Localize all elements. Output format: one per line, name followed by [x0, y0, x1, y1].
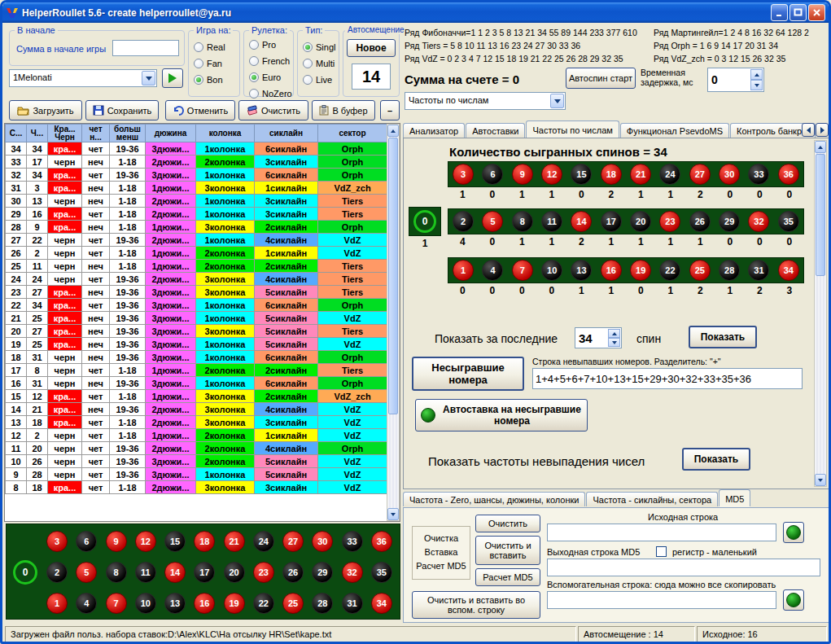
play-button[interactable] — [162, 68, 183, 88]
number-chip-10[interactable]: 10 — [135, 593, 156, 614]
unplayed-input[interactable] — [532, 368, 803, 389]
number-chip-31[interactable]: 31 — [342, 593, 363, 614]
bottom-tab-2[interactable]: MD5 — [719, 489, 750, 506]
bet-cell-35[interactable]: 35 — [367, 559, 396, 586]
number-chip-18[interactable]: 18 — [194, 531, 215, 552]
number-chip-11[interactable]: 11 — [135, 562, 156, 583]
number-chip-3[interactable]: 3 — [46, 531, 68, 552]
md5-calc-button[interactable]: Расчет MD5 — [475, 568, 540, 586]
bet-cell-20[interactable]: 20 — [220, 559, 249, 586]
number-chip-15[interactable]: 15 — [164, 531, 186, 552]
radio-circle-icon[interactable] — [249, 56, 259, 66]
radio-french[interactable]: French — [244, 53, 293, 69]
number-chip-16[interactable]: 16 — [194, 593, 215, 614]
spin-down-icon[interactable] — [750, 80, 763, 90]
autobet-button[interactable]: Автоставка на несыгравшие номера — [415, 399, 588, 432]
bet-cell-16[interactable]: 16 — [190, 589, 219, 617]
zero-chip[interactable]: 0 — [13, 560, 37, 585]
unplayed-numbers-button[interactable]: Несыгравшие номера — [412, 357, 524, 391]
bet-cell-28[interactable]: 28 — [308, 589, 337, 617]
bet-cell-2[interactable]: 2 — [42, 559, 72, 586]
md5-helper-input[interactable] — [547, 591, 776, 609]
number-chip-21[interactable]: 21 — [224, 531, 245, 552]
main-tab-1[interactable]: Автоставки — [466, 123, 525, 138]
md5-source-led-button[interactable] — [783, 522, 804, 543]
number-chip-7[interactable]: 7 — [106, 593, 127, 614]
bet-cell-32[interactable]: 32 — [338, 559, 367, 586]
bet-cell-33[interactable]: 33 — [338, 528, 367, 555]
radio-circle-icon[interactable] — [194, 42, 203, 52]
bet-cell-11[interactable]: 11 — [131, 559, 160, 586]
number-chip-19[interactable]: 19 — [224, 593, 245, 614]
number-chip-33[interactable]: 33 — [342, 531, 363, 552]
scrollbar-thumb[interactable] — [388, 138, 398, 414]
delay-spinner[interactable]: 0 — [707, 68, 764, 92]
bet-cell-13[interactable]: 13 — [160, 589, 190, 617]
mode-combo[interactable]: Частоты по числам — [405, 92, 566, 110]
spin-up-icon[interactable] — [608, 329, 620, 338]
md5-source-input[interactable] — [547, 524, 776, 541]
number-chip-2[interactable]: 2 — [46, 562, 68, 583]
radio-circle-icon[interactable] — [303, 75, 313, 85]
spin-up-icon[interactable] — [750, 69, 763, 80]
radio-pro[interactable]: Pro — [244, 37, 293, 53]
bet-cell-12[interactable]: 12 — [131, 528, 160, 555]
radio-real[interactable]: Real — [189, 39, 239, 55]
main-tab-0[interactable]: Анализатор — [403, 123, 465, 138]
number-chip-1[interactable]: 1 — [46, 593, 68, 614]
number-chip-26[interactable]: 26 — [282, 562, 304, 583]
history-scrollbar[interactable] — [387, 124, 400, 521]
main-tab-2[interactable]: Частоты по числам — [526, 120, 619, 138]
zero-cell[interactable]: 0 — [10, 557, 41, 588]
bet-cell-3[interactable]: 3 — [42, 528, 72, 555]
undo-button[interactable]: Отменить — [165, 100, 235, 120]
bet-cell-30[interactable]: 30 — [308, 528, 337, 555]
bet-cell-7[interactable]: 7 — [102, 589, 131, 617]
number-chip-22[interactable]: 22 — [253, 593, 274, 614]
number-chip-17[interactable]: 17 — [194, 562, 215, 583]
bet-cell-10[interactable]: 10 — [131, 589, 160, 617]
bet-cell-27[interactable]: 27 — [278, 528, 308, 555]
bet-cell-26[interactable]: 26 — [278, 559, 308, 586]
collapse-button[interactable]: – — [380, 100, 400, 120]
bet-cell-17[interactable]: 17 — [190, 559, 219, 586]
noshow-show-button[interactable]: Показать — [682, 448, 750, 471]
scrollbar-thumb[interactable] — [816, 154, 825, 276]
number-chip-25[interactable]: 25 — [282, 593, 304, 614]
number-chip-30[interactable]: 30 — [312, 531, 333, 552]
number-chip-32[interactable]: 32 — [342, 562, 363, 583]
md5-clear-button[interactable]: Очистить — [475, 515, 540, 532]
bet-cell-6[interactable]: 6 — [72, 528, 101, 555]
save-button[interactable]: Сохранить — [85, 100, 159, 120]
number-chip-13[interactable]: 13 — [164, 593, 186, 614]
md5-clear-paste-helper-button[interactable]: Очистить и вставить во вспом. строку — [412, 591, 540, 619]
bet-cell-4[interactable]: 4 — [72, 589, 101, 617]
radio-circle-icon[interactable] — [249, 72, 259, 82]
bet-cell-36[interactable]: 36 — [367, 528, 396, 555]
chevron-down-icon[interactable] — [142, 71, 155, 85]
bet-cell-14[interactable]: 14 — [160, 559, 190, 586]
radio-circle-icon[interactable] — [249, 89, 259, 99]
bet-cell-25[interactable]: 25 — [278, 589, 308, 617]
tab-scroll-right-button[interactable] — [816, 123, 829, 137]
radio-singl[interactable]: Singl — [298, 39, 339, 55]
number-chip-27[interactable]: 27 — [282, 531, 304, 552]
radio-circle-icon[interactable] — [303, 42, 313, 52]
radio-multi[interactable]: Multi — [298, 55, 339, 72]
radio-circle-icon[interactable] — [194, 59, 203, 68]
md5-register-checkbox[interactable] — [656, 546, 667, 557]
chevron-down-icon[interactable] — [550, 94, 564, 108]
radio-fan[interactable]: Fan — [189, 55, 239, 72]
maximize-button[interactable] — [789, 4, 807, 21]
bet-cell-15[interactable]: 15 — [160, 528, 190, 555]
bet-cell-34[interactable]: 34 — [367, 589, 396, 617]
number-chip-9[interactable]: 9 — [106, 531, 127, 552]
md5-clear-paste-button[interactable]: Очистить и вставить — [475, 536, 540, 565]
scroll-down-icon[interactable] — [815, 474, 826, 486]
buffer-button[interactable]: В буфер — [312, 100, 375, 120]
clear-button[interactable]: Очистить — [238, 100, 308, 120]
number-chip-6[interactable]: 6 — [76, 531, 97, 552]
main-tab-3[interactable]: Функционал PsevdoMS — [620, 123, 729, 138]
bet-cell-29[interactable]: 29 — [308, 559, 337, 586]
bet-cell-5[interactable]: 5 — [72, 559, 101, 586]
